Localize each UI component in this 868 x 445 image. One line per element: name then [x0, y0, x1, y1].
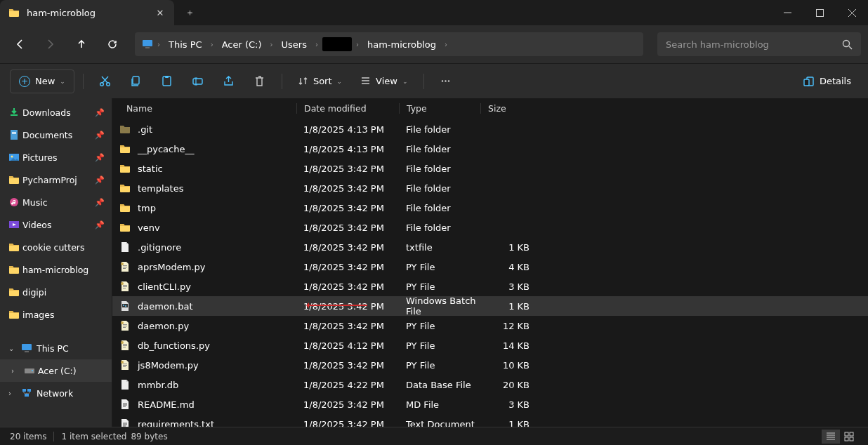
- search-input[interactable]: [666, 39, 842, 50]
- file-name: templates: [138, 183, 183, 194]
- up-button[interactable]: [69, 32, 94, 57]
- folder-icon: [119, 222, 131, 233]
- column-type[interactable]: Type: [399, 103, 480, 114]
- file-row[interactable]: README.md 1/8/2025 3:42 PM MD File 3 KB: [112, 394, 868, 414]
- file-date: 1/8/2025 3:42 PM: [296, 399, 399, 410]
- sort-icon: [298, 76, 308, 86]
- py-icon: [119, 359, 131, 371]
- file-date: 1/8/2025 3:42 PM: [296, 301, 399, 312]
- view-thumbnails-toggle[interactable]: [840, 430, 858, 444]
- copy-button[interactable]: [123, 69, 150, 93]
- chevron-down-icon[interactable]: ⌄: [8, 345, 14, 352]
- close-tab-icon[interactable]: ✕: [154, 7, 166, 18]
- file-row[interactable]: venv 1/8/2025 3:42 PM File folder: [112, 218, 868, 237]
- share-button[interactable]: [216, 69, 242, 93]
- new-button[interactable]: + New ⌄: [10, 69, 74, 93]
- new-tab-button[interactable]: ＋: [174, 0, 205, 25]
- bat-icon: [119, 300, 131, 312]
- sidebar-drive[interactable]: › Acer (C:): [0, 359, 112, 382]
- file-date: 1/8/2025 4:12 PM: [296, 340, 399, 351]
- file-row[interactable]: .git 1/8/2025 4:13 PM File folder: [112, 119, 868, 139]
- delete-button[interactable]: [246, 69, 273, 93]
- sidebar-this-pc[interactable]: ⌄ This PC: [0, 337, 112, 359]
- crumb-users[interactable]: Users: [277, 36, 311, 53]
- file-row[interactable]: templates 1/8/2025 3:42 PM File folder: [112, 178, 868, 198]
- file-date: 1/8/2025 4:22 PM: [296, 380, 399, 390]
- sidebar-item[interactable]: Videos📌: [0, 213, 112, 236]
- file-date: 1/8/2025 3:42 PM: [296, 164, 399, 174]
- file-row[interactable]: requirements.txt 1/8/2025 3:42 PM Text D…: [112, 414, 868, 427]
- crumb-drive[interactable]: Acer (C:): [218, 36, 266, 53]
- pictures-icon: [8, 152, 20, 163]
- sidebar-item[interactable]: Documents📌: [0, 124, 112, 146]
- maximize-button[interactable]: [803, 0, 836, 25]
- view-button[interactable]: View ⌄: [353, 69, 414, 93]
- file-row[interactable]: tmp 1/8/2025 3:42 PM File folder: [112, 198, 868, 218]
- sort-button[interactable]: Sort ⌄: [291, 69, 349, 93]
- details-button[interactable]: Details: [796, 72, 858, 91]
- file-row[interactable]: js8Modem.py 1/8/2025 3:42 PM PY File 10 …: [112, 355, 868, 375]
- file-size: 12 KB: [480, 321, 537, 331]
- file-row[interactable]: clientCLI.py 1/8/2025 3:42 PM PY File 3 …: [112, 277, 868, 296]
- column-date[interactable]: Date modified: [296, 103, 399, 114]
- folder-dim-icon: [119, 124, 131, 135]
- chevron-right-icon[interactable]: ›: [11, 367, 14, 375]
- file-name: __pycache__: [138, 144, 194, 154]
- chevron-right-icon[interactable]: ›: [8, 390, 11, 397]
- file-row[interactable]: daemon.py 1/8/2025 3:42 PM PY File 12 KB: [112, 316, 868, 336]
- sidebar-item[interactable]: cookie cutters: [0, 236, 112, 258]
- sidebar-item[interactable]: PycharmProj📌: [0, 168, 112, 191]
- sidebar-item[interactable]: ham-microblog: [0, 258, 112, 281]
- column-name[interactable]: Name⌃: [119, 103, 296, 114]
- crumb-redacted[interactable]: [322, 37, 352, 51]
- pin-icon: 📌: [95, 175, 105, 185]
- file-row[interactable]: static 1/8/2025 3:42 PM File folder: [112, 159, 868, 178]
- chevron-right-icon: ›: [157, 41, 160, 48]
- file-row[interactable]: daemon.bat 1/8/2025 3:42 PM Windows Batc…: [112, 296, 868, 316]
- file-date: 1/8/2025 3:42 PM: [296, 222, 399, 233]
- paste-button[interactable]: [154, 69, 180, 93]
- sidebar-item[interactable]: Pictures📌: [0, 146, 112, 168]
- forward-button[interactable]: [38, 32, 63, 57]
- cut-button[interactable]: [92, 69, 119, 93]
- breadcrumb[interactable]: › This PC › Acer (C:) › Users › › ham-mi…: [135, 32, 643, 56]
- svg-point-28: [442, 80, 443, 81]
- pin-icon: 📌: [95, 108, 105, 117]
- crumb-thispc[interactable]: This PC: [164, 36, 206, 53]
- sidebar-item[interactable]: images: [0, 303, 112, 326]
- file-type: Text Document: [399, 419, 480, 427]
- file-row[interactable]: .gitignore 1/8/2025 3:42 PM txtfile 1 KB: [112, 237, 868, 257]
- search-icon[interactable]: [842, 39, 853, 50]
- browser-tab[interactable]: ham-microblog ✕: [0, 0, 174, 25]
- close-window-button[interactable]: [836, 0, 868, 25]
- file-row[interactable]: __pycache__ 1/8/2025 4:13 PM File folder: [112, 139, 868, 159]
- file-icon: [119, 379, 131, 390]
- folder-icon: [119, 182, 131, 194]
- rename-button[interactable]: [185, 69, 211, 93]
- sidebar-item[interactable]: digipi: [0, 281, 112, 303]
- crumb-current[interactable]: ham-microblog: [363, 36, 440, 53]
- search-box[interactable]: [657, 32, 861, 56]
- sidebar-item[interactable]: Downloads📌: [0, 101, 112, 124]
- file-type: File folder: [399, 144, 480, 154]
- folder-icon: [8, 286, 20, 298]
- status-selection: 1 item selected: [61, 432, 126, 441]
- file-row[interactable]: db_functions.py 1/8/2025 4:12 PM PY File…: [112, 336, 868, 355]
- svg-point-30: [448, 80, 449, 81]
- sidebar-network[interactable]: › Network: [0, 382, 112, 404]
- file-row[interactable]: mmbr.db 1/8/2025 4:22 PM Data Base File …: [112, 375, 868, 394]
- sidebar-item-label: images: [22, 310, 54, 320]
- sidebar: Downloads📌Documents📌Pictures📌PycharmProj…: [0, 98, 112, 427]
- sidebar-item[interactable]: Music📌: [0, 191, 112, 213]
- monitor-icon: [21, 343, 32, 354]
- document-icon: [8, 129, 20, 140]
- more-button[interactable]: [433, 69, 459, 93]
- refresh-button[interactable]: [100, 32, 125, 57]
- folder-icon: [8, 174, 20, 185]
- back-button[interactable]: [7, 32, 32, 57]
- column-size[interactable]: Size: [480, 103, 537, 114]
- minimize-button[interactable]: [771, 0, 803, 25]
- file-type: PY File: [399, 360, 480, 371]
- view-details-toggle[interactable]: [822, 430, 840, 444]
- file-row[interactable]: aprsModem.py 1/8/2025 3:42 PM PY File 4 …: [112, 257, 868, 277]
